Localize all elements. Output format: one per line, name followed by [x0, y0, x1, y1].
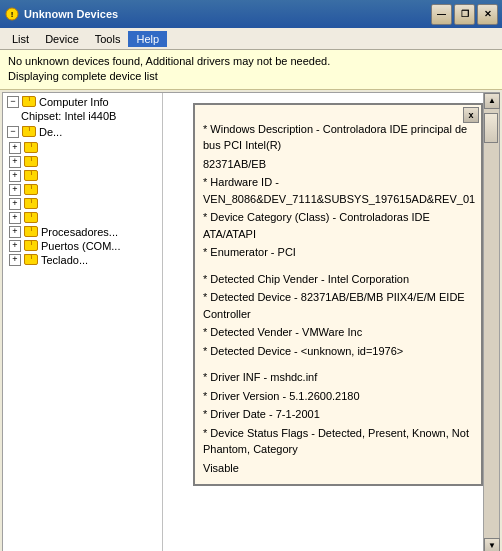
folder-icon-1 — [24, 142, 38, 153]
detail-line-0: * Windows Description - Controladora IDE… — [203, 121, 473, 154]
scroll-thumb[interactable] — [484, 113, 498, 143]
folder-icon-proc — [24, 226, 38, 237]
folder-icon-5 — [24, 198, 38, 209]
menu-list[interactable]: List — [4, 31, 37, 47]
content-panel: x * Windows Description - Controladora I… — [163, 93, 483, 551]
tree-panel: − Computer Info Chipset: Intel i440B − D… — [3, 93, 163, 551]
tree-item-teclado[interactable]: + Teclado... — [7, 253, 160, 267]
main-scrollbar: ▲ ▼ — [483, 93, 499, 551]
scroll-up-button[interactable]: ▲ — [484, 93, 500, 109]
detail-line-4: * Enumerator - PCI — [203, 244, 473, 261]
tree-item-4[interactable]: + — [7, 183, 160, 197]
window-title: Unknown Devices — [24, 8, 431, 20]
expand-icon-proc: + — [9, 226, 21, 238]
chipset-label: Chipset: Intel i440B — [21, 110, 116, 122]
info-line-1: No unknown devices found, Additional dri… — [8, 54, 494, 69]
window-controls: — ❐ ✕ — [431, 4, 498, 25]
tree-item-chipset[interactable]: Chipset: Intel i440B — [19, 109, 160, 123]
expand-icon: − — [7, 96, 19, 108]
scroll-track[interactable] — [484, 109, 499, 538]
detail-spacer-2 — [203, 361, 473, 367]
detail-overlay: x * Windows Description - Controladora I… — [193, 103, 483, 487]
folder-icon-4 — [24, 184, 38, 195]
menu-bar: List Device Tools Help — [0, 28, 502, 50]
detail-line-2: * Hardware ID - VEN_8086&DEV_7111&SUBSYS… — [203, 174, 473, 207]
expand-icon-teclado: + — [9, 254, 21, 266]
title-bar: ! Unknown Devices — ❐ ✕ — [0, 0, 502, 28]
expand-icon-puertos: + — [9, 240, 21, 252]
detail-spacer-1 — [203, 263, 473, 269]
detail-line-6: * Detected Device - 82371AB/EB/MB PIIX4/… — [203, 289, 473, 322]
detail-line-7: * Detected Vender - VMWare Inc — [203, 324, 473, 341]
folder-icon-de — [22, 126, 36, 137]
expand-icon-3: + — [9, 170, 21, 182]
folder-icon-teclado — [24, 254, 38, 265]
detail-line-11: * Driver Date - 7-1-2001 — [203, 406, 473, 423]
info-line-2: Displaying complete device list — [8, 69, 494, 84]
folder-icon — [22, 96, 36, 107]
main-area: − Computer Info Chipset: Intel i440B − D… — [2, 92, 500, 551]
detail-line-1: 82371AB/EB — [203, 156, 473, 173]
tree-item-1[interactable]: + — [7, 141, 160, 155]
folder-icon-2 — [24, 156, 38, 167]
tree-item-3[interactable]: + — [7, 169, 160, 183]
tree-label: Computer Info — [39, 96, 109, 108]
tree-label-teclado: Teclado... — [41, 254, 88, 266]
folder-icon-3 — [24, 170, 38, 181]
restore-button[interactable]: ❐ — [454, 4, 475, 25]
tree-item-de[interactable]: − De... — [5, 125, 160, 139]
detail-line-12: * Device Status Flags - Detected, Presen… — [203, 425, 473, 458]
detail-close-button[interactable]: x — [463, 107, 479, 123]
app-icon: ! — [4, 6, 20, 22]
detail-line-8: * Detected Device - <unknown, id=1976> — [203, 343, 473, 360]
tree-section-computer-info: − Computer Info Chipset: Intel i440B — [5, 95, 160, 123]
info-banner: No unknown devices found, Additional dri… — [0, 50, 502, 90]
tree-label-de: De... — [39, 126, 62, 138]
menu-device[interactable]: Device — [37, 31, 87, 47]
expand-icon-5: + — [9, 198, 21, 210]
minimize-button[interactable]: — — [431, 4, 452, 25]
tree-item-puertos[interactable]: + Puertos (COM... — [7, 239, 160, 253]
menu-help[interactable]: Help — [128, 31, 167, 47]
tree-label-proc: Procesadores... — [41, 226, 118, 238]
expand-icon-1: + — [9, 142, 21, 154]
tree-item-procesadores[interactable]: + Procesadores... — [7, 225, 160, 239]
folder-icon-puertos — [24, 240, 38, 251]
detail-line-10: * Driver Version - 5.1.2600.2180 — [203, 388, 473, 405]
expand-icon-6: + — [9, 212, 21, 224]
svg-text:!: ! — [11, 10, 14, 19]
tree-item-5[interactable]: + — [7, 197, 160, 211]
tree-label-puertos: Puertos (COM... — [41, 240, 120, 252]
menu-tools[interactable]: Tools — [87, 31, 129, 47]
expand-icon-2: + — [9, 156, 21, 168]
tree-item-computer-info[interactable]: − Computer Info — [5, 95, 160, 109]
close-button[interactable]: ✕ — [477, 4, 498, 25]
tree-section-de: − De... — [5, 125, 160, 139]
scroll-down-button[interactable]: ▼ — [484, 538, 500, 551]
detail-line-13: Visable — [203, 460, 473, 477]
tree-item-6[interactable]: + — [7, 211, 160, 225]
folder-icon-6 — [24, 212, 38, 223]
detail-line-3: * Device Category (Class) - Controladora… — [203, 209, 473, 242]
tree-child-chipset: Chipset: Intel i440B — [5, 109, 160, 123]
detail-line-9: * Driver INF - mshdc.inf — [203, 369, 473, 386]
tree-item-2[interactable]: + — [7, 155, 160, 169]
expand-icon-4: + — [9, 184, 21, 196]
expand-icon-de: − — [7, 126, 19, 138]
detail-line-5: * Detected Chip Vender - Intel Corporati… — [203, 271, 473, 288]
